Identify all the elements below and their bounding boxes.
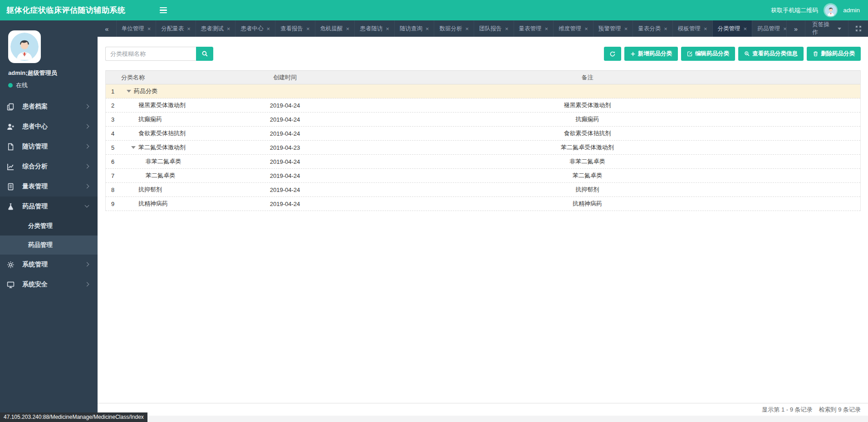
created-date: 2019-04-24 xyxy=(255,172,314,179)
remark: 抗抑郁剂 xyxy=(314,186,860,194)
tab-item[interactable]: 预警管理 xyxy=(593,20,633,37)
sidebar-item-label: 随访管理 xyxy=(22,142,48,151)
link-status-tooltip: 47.105.203.240:88/MedicineManage/Medicin… xyxy=(0,412,147,422)
qr-code-link[interactable]: 获取手机端二维码 xyxy=(771,6,818,15)
tab-item[interactable]: 量表管理 xyxy=(514,20,554,37)
collapse-triangle-icon[interactable] xyxy=(127,90,131,93)
sidebar-item-patient-center[interactable]: 患者中心 xyxy=(0,117,98,137)
tab-close-icon[interactable] xyxy=(386,26,389,32)
created-date: 2019-04-23 xyxy=(255,144,314,151)
sidebar-subitem-class-manage[interactable]: 分类管理 xyxy=(0,216,98,236)
refresh-button[interactable] xyxy=(604,47,621,61)
created-date: 2019-04-24 xyxy=(255,201,314,207)
tab-item[interactable]: 量表分类 xyxy=(633,20,673,37)
remark: 苯二氮卓受体激动剂 xyxy=(314,143,860,152)
sidebar-item-patient-archive[interactable]: 患者档案 xyxy=(0,97,98,117)
tab-operations-dropdown[interactable]: 页签操作 xyxy=(805,20,848,37)
tab-item[interactable]: 患者测试 xyxy=(196,20,236,37)
tab-close-icon[interactable] xyxy=(704,26,707,32)
tab-item[interactable]: 查看报告 xyxy=(275,20,315,37)
table-row[interactable]: 7 苯二氮卓类 2019-04-24 苯二氮卓类 xyxy=(106,169,860,183)
chart-line-icon xyxy=(7,163,15,171)
sidebar-item-label: 量表管理 xyxy=(22,182,48,191)
category-name: 抗精神病药 xyxy=(138,200,168,208)
sidebar-item-system-manage[interactable]: 系统管理 xyxy=(0,255,98,275)
tab-item[interactable]: 患者随访 xyxy=(355,20,395,37)
column-header-remark: 备注 xyxy=(314,74,860,82)
caret-down-icon xyxy=(838,28,841,30)
gears-icon xyxy=(7,261,15,269)
collapse-triangle-icon[interactable] xyxy=(131,146,136,149)
category-name: 抗抑郁剂 xyxy=(138,186,162,194)
sidebar-item-followup-manage[interactable]: 随访管理 xyxy=(0,137,98,157)
table-row[interactable]: 1 药品分类 xyxy=(106,84,860,98)
tab-item[interactable]: 危机提醒 xyxy=(315,20,355,37)
tabs-scroll-right-button[interactable] xyxy=(786,20,805,37)
table-row[interactable]: 9 抗精神病药 2019-04-24 抗精神病药 xyxy=(106,197,860,211)
tab-item[interactable]: 模板管理 xyxy=(673,20,713,37)
tab-close-icon[interactable] xyxy=(187,26,191,32)
tab-close-icon[interactable] xyxy=(545,26,549,32)
edit-category-button[interactable]: 编辑药品分类 xyxy=(681,47,735,61)
desktop-icon xyxy=(7,281,15,289)
table-row[interactable]: 8 抗抑郁剂 2019-04-24 抗抑郁剂 xyxy=(106,183,860,197)
tab-item[interactable]: 维度管理 xyxy=(554,20,593,37)
trash-icon xyxy=(813,51,819,57)
plus-icon xyxy=(630,51,636,57)
tab-close-icon[interactable] xyxy=(584,26,588,32)
profile-avatar[interactable] xyxy=(8,30,41,63)
profile-name: admin;超级管理员 xyxy=(8,69,98,77)
tab-item[interactable]: 药品管理 xyxy=(752,20,786,37)
tabs-scroll-left-button[interactable] xyxy=(98,20,117,37)
remark: 褪黑素受体激动剂 xyxy=(314,101,860,109)
sidebar-item-label: 药品管理 xyxy=(22,202,48,211)
tab-item[interactable]: 分配量表 xyxy=(156,20,196,37)
sidebar-item-scale-manage[interactable]: 量表管理 xyxy=(0,177,98,196)
view-category-button[interactable]: 查看药品分类信息 xyxy=(738,47,804,61)
table-row[interactable]: 2 褪黑素受体激动剂 2019-04-24 褪黑素受体激动剂 xyxy=(106,98,860,113)
tab-close-icon[interactable] xyxy=(624,26,628,32)
add-category-button[interactable]: 新增药品分类 xyxy=(624,47,678,61)
tabs-strip: 单位管理 分配量表 患者测试 患者中心 查看报告 危机提醒 患者随访 随访查询 … xyxy=(117,20,786,37)
table-header: 分类名称 创建时间 备注 xyxy=(106,70,860,84)
category-table: 分类名称 创建时间 备注 1 药品分类 2 褪黑素受体激动剂 2019-04-2… xyxy=(105,70,861,211)
column-header-name: 分类名称 xyxy=(106,74,255,82)
search-button[interactable] xyxy=(196,47,213,61)
table-row[interactable]: 6 非苯二氮卓类 2019-04-24 非苯二氮卓类 xyxy=(106,155,860,169)
tab-close-icon[interactable] xyxy=(266,26,270,32)
avatar[interactable] xyxy=(824,3,838,17)
table-row[interactable]: 5 苯二氮受体激动剂 2019-04-23 苯二氮卓受体激动剂 xyxy=(106,141,860,155)
tab-item[interactable]: 单位管理 xyxy=(117,20,157,37)
tab-item[interactable]: 团队报告 xyxy=(474,20,514,37)
search-input[interactable] xyxy=(105,47,196,61)
tab-item[interactable]: 数据分析 xyxy=(434,20,474,37)
tab-close-icon[interactable] xyxy=(664,26,667,32)
tab-item[interactable]: 患者中心 xyxy=(235,20,275,37)
table-row[interactable]: 4 食欲素受体拮抗剂 2019-04-24 食欲素受体拮抗剂 xyxy=(106,127,860,141)
created-date: 2019-04-24 xyxy=(255,102,314,109)
tab-close-icon[interactable] xyxy=(306,26,310,32)
tab-close-icon[interactable] xyxy=(346,26,350,32)
tab-close-icon[interactable] xyxy=(465,26,469,32)
online-status: 在线 xyxy=(16,81,28,89)
sidebar-item-analysis[interactable]: 综合分析 xyxy=(0,157,98,177)
sidebar-item-system-security[interactable]: 系统安全 xyxy=(0,275,98,294)
tab-item-active[interactable]: 分类管理 xyxy=(713,20,753,37)
tab-close-icon[interactable] xyxy=(505,26,509,32)
tab-close-icon[interactable] xyxy=(744,26,747,32)
flask-icon xyxy=(7,203,15,211)
category-name: 药品分类 xyxy=(134,87,157,95)
record-range: 显示第 1 - 9 条记录 xyxy=(762,406,812,414)
tab-close-icon[interactable] xyxy=(227,26,230,32)
category-name: 苯二氮受体激动剂 xyxy=(138,143,186,152)
tab-item[interactable]: 随访查询 xyxy=(395,20,435,37)
tab-close-icon[interactable] xyxy=(147,26,151,32)
tab-close-icon[interactable] xyxy=(426,26,429,32)
sidebar-subitem-medicine-manage[interactable]: 药品管理 xyxy=(0,236,98,255)
table-row[interactable]: 3 抗癫痫药 2019-04-24 抗癫痫药 xyxy=(106,113,860,127)
menu-toggle-icon[interactable] xyxy=(160,7,167,13)
sidebar-item-medicine-manage[interactable]: 药品管理 xyxy=(0,196,98,216)
search-icon xyxy=(201,50,208,57)
delete-category-button[interactable]: 删除药品分类 xyxy=(807,47,861,61)
fullscreen-expand-icon[interactable] xyxy=(848,20,868,37)
